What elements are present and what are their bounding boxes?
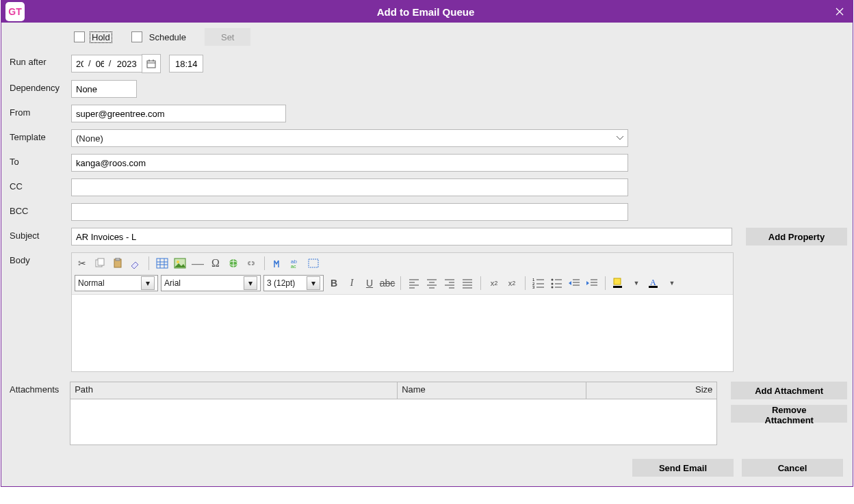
editor-font-select[interactable]: Arial ▾ (161, 275, 261, 291)
indent-icon[interactable] (584, 276, 599, 291)
app-icon: GT (5, 2, 25, 21)
unordered-list-icon[interactable] (549, 276, 564, 291)
remove-attachment-button[interactable]: Remove Attachment (731, 405, 847, 423)
paste-icon[interactable] (110, 256, 125, 271)
add-property-button[interactable]: Add Property (746, 228, 847, 246)
chevron-down-icon: ▾ (244, 276, 257, 290)
editor-toolbar-2: Normal ▾ Arial ▾ 3 (12pt) ▾ B I U abc (72, 274, 733, 294)
hold-checkbox-wrap: Hold (71, 29, 112, 44)
from-label: From (10, 105, 71, 118)
image-icon[interactable] (172, 256, 187, 271)
svg-rect-9 (116, 258, 120, 261)
svg-rect-7 (98, 258, 104, 265)
window-title: Add to Email Queue (25, 6, 827, 18)
chevron-down-icon[interactable]: ▼ (629, 276, 644, 291)
chevron-down-icon (612, 130, 627, 146)
cut-icon[interactable]: ✂ (75, 256, 90, 271)
attachments-col-name[interactable]: Name (398, 382, 586, 399)
run-after-label: Run after (10, 54, 71, 67)
attachments-label: Attachments (10, 382, 70, 395)
schedule-checkbox-wrap: Schedule (129, 29, 188, 44)
special-char-icon[interactable]: Ω (208, 256, 223, 271)
superscript-icon[interactable]: x2 (487, 276, 502, 291)
eraser-icon[interactable] (128, 256, 143, 271)
replace-icon[interactable]: abac (288, 256, 303, 271)
highlight-color-icon[interactable] (611, 276, 626, 291)
copy-icon[interactable] (92, 256, 107, 271)
attachments-col-path[interactable]: Path (70, 382, 398, 399)
bold-icon[interactable]: B (326, 276, 341, 291)
send-email-button[interactable]: Send Email (632, 459, 734, 477)
body-label: Body (10, 252, 71, 265)
editor-toolbar-1: ✂ ― (72, 253, 733, 274)
add-attachment-button[interactable]: Add Attachment (731, 382, 847, 399)
body-editor-textarea[interactable] (72, 294, 733, 371)
toolbar-separator (480, 276, 481, 290)
italic-icon[interactable]: I (344, 276, 359, 291)
table-icon[interactable] (155, 256, 170, 271)
svg-rect-10 (157, 258, 168, 268)
calendar-icon[interactable] (142, 54, 161, 73)
from-field[interactable] (71, 105, 286, 122)
chevron-down-icon[interactable]: ▼ (664, 276, 680, 291)
editor-size-select[interactable]: 3 (12pt) ▾ (263, 275, 324, 291)
chevron-down-icon: ▾ (141, 276, 155, 290)
ordered-list-icon[interactable]: 123 (531, 276, 546, 291)
schedule-label: Schedule (147, 31, 188, 43)
align-right-icon[interactable] (442, 276, 457, 291)
dependency-field[interactable] (71, 80, 137, 98)
svg-point-16 (177, 261, 179, 263)
hold-checkbox[interactable] (74, 31, 85, 42)
run-after-month[interactable] (92, 55, 108, 72)
toolbar-separator (400, 276, 401, 290)
svg-point-49 (552, 287, 554, 289)
close-icon[interactable] (827, 1, 853, 23)
subject-field[interactable] (71, 228, 732, 246)
align-center-icon[interactable] (424, 276, 439, 291)
run-after-year[interactable] (112, 55, 142, 72)
chevron-down-icon: ▾ (307, 276, 320, 290)
text-color-icon[interactable]: A (647, 276, 662, 291)
run-after-time[interactable] (169, 55, 203, 72)
dependency-label: Dependency (10, 80, 71, 93)
align-left-icon[interactable] (406, 276, 422, 291)
hold-label: Hold (90, 31, 112, 43)
set-button: Set (205, 28, 251, 46)
svg-point-45 (552, 279, 554, 281)
hr-icon[interactable]: ― (190, 256, 205, 271)
attachments-col-size[interactable]: Size (586, 382, 716, 399)
toolbar-separator (525, 276, 526, 290)
dialog-window: GT Add to Email Queue Hold Schedule Set … (1, 0, 853, 487)
toolbar-separator (605, 276, 606, 290)
toolbar-separator (148, 256, 149, 270)
select-all-icon[interactable] (306, 256, 321, 271)
run-after-date: / / (71, 54, 203, 73)
cancel-button[interactable]: Cancel (742, 459, 843, 477)
svg-text:A: A (650, 278, 656, 287)
template-dropdown[interactable]: (None) (71, 129, 628, 147)
align-justify-icon[interactable] (460, 276, 475, 291)
unlink-icon[interactable] (244, 256, 259, 271)
toolbar-separator (264, 256, 265, 270)
subject-label: Subject (10, 228, 71, 241)
svg-rect-58 (613, 286, 622, 288)
to-field[interactable] (71, 154, 628, 172)
bcc-field[interactable] (71, 203, 628, 221)
cc-field[interactable] (71, 178, 628, 196)
cc-label: CC (10, 178, 71, 191)
outdent-icon[interactable] (567, 276, 582, 291)
svg-rect-2 (147, 61, 155, 68)
bcc-label: BCC (10, 203, 71, 216)
find-icon[interactable] (270, 256, 285, 271)
title-bar: GT Add to Email Queue (1, 1, 853, 23)
svg-point-47 (552, 283, 554, 285)
run-after-day[interactable] (71, 55, 88, 72)
link-icon[interactable] (226, 256, 241, 271)
schedule-checkbox[interactable] (131, 31, 142, 42)
underline-icon[interactable]: U (362, 276, 377, 291)
attachments-body[interactable] (70, 399, 716, 445)
editor-style-select[interactable]: Normal ▾ (75, 275, 158, 291)
strike-icon[interactable]: abc (380, 276, 395, 291)
to-label: To (10, 154, 71, 167)
subscript-icon[interactable]: x2 (504, 276, 519, 291)
